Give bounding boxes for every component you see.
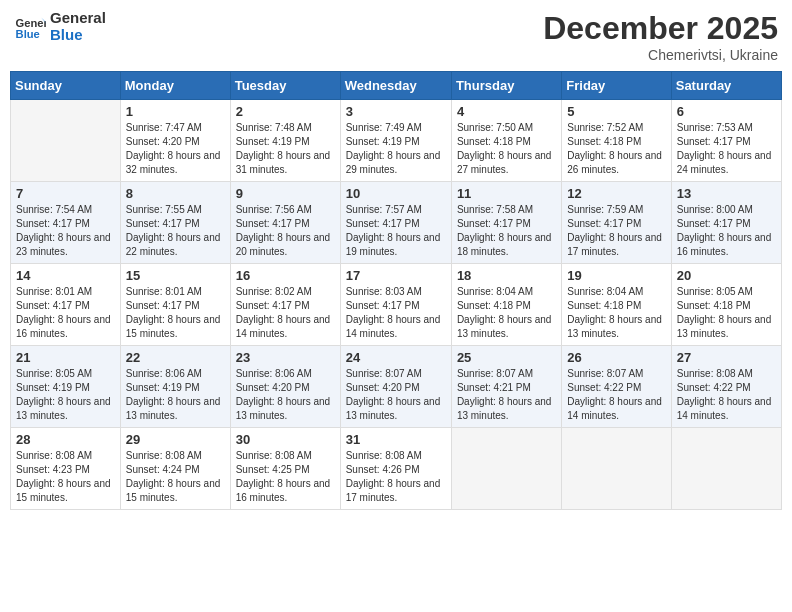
day-info: Sunrise: 7:58 AMSunset: 4:17 PMDaylight:… [457,203,556,259]
weekday-header-wednesday: Wednesday [340,72,451,100]
day-number: 27 [677,350,776,365]
calendar-cell: 10Sunrise: 7:57 AMSunset: 4:17 PMDayligh… [340,182,451,264]
calendar-cell: 13Sunrise: 8:00 AMSunset: 4:17 PMDayligh… [671,182,781,264]
calendar-cell: 18Sunrise: 8:04 AMSunset: 4:18 PMDayligh… [451,264,561,346]
calendar-cell: 1Sunrise: 7:47 AMSunset: 4:20 PMDaylight… [120,100,230,182]
calendar-cell: 4Sunrise: 7:50 AMSunset: 4:18 PMDaylight… [451,100,561,182]
title-section: December 2025 Chemerivtsi, Ukraine [543,10,778,63]
weekday-header-tuesday: Tuesday [230,72,340,100]
day-info: Sunrise: 8:02 AMSunset: 4:17 PMDaylight:… [236,285,335,341]
weekday-header-thursday: Thursday [451,72,561,100]
day-number: 21 [16,350,115,365]
day-info: Sunrise: 7:49 AMSunset: 4:19 PMDaylight:… [346,121,446,177]
calendar-cell: 20Sunrise: 8:05 AMSunset: 4:18 PMDayligh… [671,264,781,346]
calendar-cell: 21Sunrise: 8:05 AMSunset: 4:19 PMDayligh… [11,346,121,428]
day-info: Sunrise: 7:48 AMSunset: 4:19 PMDaylight:… [236,121,335,177]
day-number: 25 [457,350,556,365]
day-number: 15 [126,268,225,283]
logo-general: General [50,10,106,27]
day-number: 22 [126,350,225,365]
month-title: December 2025 [543,10,778,47]
weekday-header-friday: Friday [562,72,671,100]
day-number: 20 [677,268,776,283]
day-number: 30 [236,432,335,447]
calendar-table: SundayMondayTuesdayWednesdayThursdayFrid… [10,71,782,510]
day-info: Sunrise: 8:08 AMSunset: 4:22 PMDaylight:… [677,367,776,423]
day-number: 10 [346,186,446,201]
day-number: 19 [567,268,665,283]
day-number: 6 [677,104,776,119]
logo-blue: Blue [50,27,106,44]
weekday-header-row: SundayMondayTuesdayWednesdayThursdayFrid… [11,72,782,100]
day-info: Sunrise: 8:06 AMSunset: 4:20 PMDaylight:… [236,367,335,423]
calendar-cell: 17Sunrise: 8:03 AMSunset: 4:17 PMDayligh… [340,264,451,346]
day-info: Sunrise: 7:54 AMSunset: 4:17 PMDaylight:… [16,203,115,259]
calendar-cell [451,428,561,510]
day-number: 24 [346,350,446,365]
weekday-header-monday: Monday [120,72,230,100]
day-info: Sunrise: 8:08 AMSunset: 4:25 PMDaylight:… [236,449,335,505]
day-info: Sunrise: 8:08 AMSunset: 4:23 PMDaylight:… [16,449,115,505]
day-number: 7 [16,186,115,201]
day-number: 1 [126,104,225,119]
calendar-cell: 7Sunrise: 7:54 AMSunset: 4:17 PMDaylight… [11,182,121,264]
calendar-cell: 31Sunrise: 8:08 AMSunset: 4:26 PMDayligh… [340,428,451,510]
day-number: 8 [126,186,225,201]
day-info: Sunrise: 8:01 AMSunset: 4:17 PMDaylight:… [126,285,225,341]
day-number: 5 [567,104,665,119]
day-info: Sunrise: 8:07 AMSunset: 4:22 PMDaylight:… [567,367,665,423]
day-info: Sunrise: 8:00 AMSunset: 4:17 PMDaylight:… [677,203,776,259]
day-number: 18 [457,268,556,283]
calendar-cell [671,428,781,510]
calendar-cell: 5Sunrise: 7:52 AMSunset: 4:18 PMDaylight… [562,100,671,182]
day-info: Sunrise: 8:05 AMSunset: 4:19 PMDaylight:… [16,367,115,423]
day-info: Sunrise: 7:50 AMSunset: 4:18 PMDaylight:… [457,121,556,177]
calendar-cell: 25Sunrise: 8:07 AMSunset: 4:21 PMDayligh… [451,346,561,428]
day-number: 14 [16,268,115,283]
day-number: 9 [236,186,335,201]
calendar-cell: 27Sunrise: 8:08 AMSunset: 4:22 PMDayligh… [671,346,781,428]
calendar-cell: 24Sunrise: 8:07 AMSunset: 4:20 PMDayligh… [340,346,451,428]
calendar-cell: 6Sunrise: 7:53 AMSunset: 4:17 PMDaylight… [671,100,781,182]
day-number: 29 [126,432,225,447]
day-number: 31 [346,432,446,447]
calendar-cell: 9Sunrise: 7:56 AMSunset: 4:17 PMDaylight… [230,182,340,264]
week-row-1: 1Sunrise: 7:47 AMSunset: 4:20 PMDaylight… [11,100,782,182]
calendar-cell: 15Sunrise: 8:01 AMSunset: 4:17 PMDayligh… [120,264,230,346]
day-info: Sunrise: 8:04 AMSunset: 4:18 PMDaylight:… [567,285,665,341]
calendar-cell: 2Sunrise: 7:48 AMSunset: 4:19 PMDaylight… [230,100,340,182]
day-info: Sunrise: 8:08 AMSunset: 4:26 PMDaylight:… [346,449,446,505]
day-info: Sunrise: 7:56 AMSunset: 4:17 PMDaylight:… [236,203,335,259]
day-number: 2 [236,104,335,119]
calendar-cell: 29Sunrise: 8:08 AMSunset: 4:24 PMDayligh… [120,428,230,510]
day-number: 17 [346,268,446,283]
week-row-5: 28Sunrise: 8:08 AMSunset: 4:23 PMDayligh… [11,428,782,510]
weekday-header-saturday: Saturday [671,72,781,100]
location: Chemerivtsi, Ukraine [543,47,778,63]
day-info: Sunrise: 8:08 AMSunset: 4:24 PMDaylight:… [126,449,225,505]
calendar-cell: 26Sunrise: 8:07 AMSunset: 4:22 PMDayligh… [562,346,671,428]
day-info: Sunrise: 7:57 AMSunset: 4:17 PMDaylight:… [346,203,446,259]
day-info: Sunrise: 8:07 AMSunset: 4:20 PMDaylight:… [346,367,446,423]
calendar-cell [562,428,671,510]
svg-text:General: General [16,17,46,29]
day-info: Sunrise: 8:03 AMSunset: 4:17 PMDaylight:… [346,285,446,341]
day-number: 12 [567,186,665,201]
page-header: General Blue General Blue December 2025 … [10,10,782,63]
logo: General Blue General Blue [14,10,106,43]
day-number: 4 [457,104,556,119]
day-info: Sunrise: 7:52 AMSunset: 4:18 PMDaylight:… [567,121,665,177]
day-info: Sunrise: 7:55 AMSunset: 4:17 PMDaylight:… [126,203,225,259]
day-info: Sunrise: 8:01 AMSunset: 4:17 PMDaylight:… [16,285,115,341]
day-number: 16 [236,268,335,283]
day-info: Sunrise: 7:47 AMSunset: 4:20 PMDaylight:… [126,121,225,177]
day-number: 3 [346,104,446,119]
calendar-cell: 16Sunrise: 8:02 AMSunset: 4:17 PMDayligh… [230,264,340,346]
day-number: 28 [16,432,115,447]
day-number: 26 [567,350,665,365]
day-info: Sunrise: 8:05 AMSunset: 4:18 PMDaylight:… [677,285,776,341]
calendar-cell [11,100,121,182]
day-info: Sunrise: 8:06 AMSunset: 4:19 PMDaylight:… [126,367,225,423]
calendar-cell: 28Sunrise: 8:08 AMSunset: 4:23 PMDayligh… [11,428,121,510]
week-row-3: 14Sunrise: 8:01 AMSunset: 4:17 PMDayligh… [11,264,782,346]
